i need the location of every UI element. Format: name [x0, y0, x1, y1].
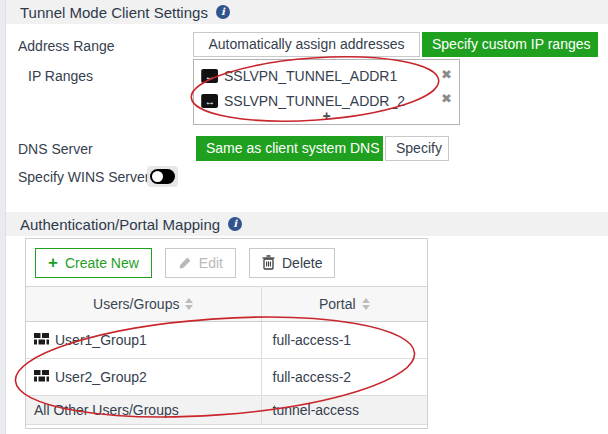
users-groups-cell: All Other Users/Groups	[34, 402, 179, 418]
portal-mapping-section-header: Authentication/Portal Mapping i	[6, 212, 608, 236]
wins-servers-toggle[interactable]	[147, 166, 178, 187]
plus-icon: +	[48, 254, 58, 271]
user-group-icon	[34, 332, 49, 348]
column-header-portal[interactable]: Portal	[261, 287, 427, 322]
section-title-tunnel-mode: Tunnel Mode Client Settings	[20, 4, 208, 21]
sort-icon	[362, 298, 370, 310]
portal-mapping-table: Users/Groups Portal	[26, 286, 427, 425]
ip-range-icon: ↔	[201, 94, 218, 108]
table-row[interactable]: All Other Users/Groups tunnel-access	[26, 396, 427, 425]
column-header-users-groups[interactable]: Users/Groups	[26, 287, 261, 322]
portal-header-label: Portal	[319, 296, 356, 312]
portal-cell: tunnel-access	[261, 396, 427, 425]
trash-icon	[262, 255, 275, 270]
tunnel-mode-section-header: Tunnel Mode Client Settings i	[6, 0, 608, 24]
users-groups-cell: User1_Group1	[55, 332, 147, 348]
add-entry-icon[interactable]: +	[194, 109, 459, 123]
sslvpn-settings-page: Tunnel Mode Client Settings i Address Ra…	[0, 0, 608, 434]
ip-range-entry[interactable]: ↔ SSLVPN_TUNNEL_ADDR1 ✖	[194, 63, 459, 88]
sort-icon	[185, 298, 193, 310]
user-group-icon	[34, 369, 49, 385]
ip-range-entry-name: SSLVPN_TUNNEL_ADDR_2	[224, 93, 405, 109]
ip-ranges-field[interactable]: ↔ SSLVPN_TUNNEL_ADDR1 ✖ ↔ SSLVPN_TUNNEL_…	[193, 59, 460, 125]
ip-range-icon: ↔	[201, 69, 218, 83]
auto-assign-addresses-button[interactable]: Automatically assign addresses	[193, 32, 420, 57]
toggle-pill	[150, 169, 175, 184]
table-row[interactable]: User2_Group2 full-access-2	[26, 359, 427, 396]
users-groups-header-label: Users/Groups	[93, 296, 179, 312]
edit-label: Edit	[199, 255, 223, 271]
portal-cell: full-access-2	[261, 359, 427, 396]
portal-mapping-toolbar: + Create New Edit	[26, 239, 427, 286]
info-icon[interactable]: i	[216, 5, 230, 19]
portal-cell: full-access-1	[261, 322, 427, 359]
portal-mapping-panel: + Create New Edit	[25, 238, 428, 429]
pencil-icon	[178, 256, 192, 270]
create-new-button[interactable]: + Create New	[35, 248, 152, 278]
delete-label: Delete	[282, 255, 322, 271]
create-new-label: Create New	[65, 255, 139, 271]
remove-entry-icon[interactable]: ✖	[441, 67, 452, 83]
dns-specify-button[interactable]: Specify	[385, 136, 449, 161]
users-groups-cell: User2_Group2	[55, 369, 147, 385]
dns-server-segmented-control: Same as client system DNS Specify	[196, 136, 449, 161]
remove-entry-icon[interactable]: ✖	[441, 91, 452, 107]
toggle-knob	[152, 171, 163, 182]
delete-button[interactable]: Delete	[249, 248, 335, 278]
info-icon[interactable]: i	[228, 217, 242, 231]
section-title-portal-mapping: Authentication/Portal Mapping	[20, 216, 220, 233]
specify-custom-ip-ranges-button[interactable]: Specify custom IP ranges	[422, 32, 598, 57]
dns-server-label: DNS Server	[18, 141, 93, 157]
address-range-segmented-control: Automatically assign addresses Specify c…	[193, 32, 598, 57]
ip-ranges-label: IP Ranges	[28, 68, 93, 84]
specify-wins-servers-label: Specify WINS Servers	[18, 169, 156, 185]
address-range-label: Address Range	[18, 38, 115, 54]
table-row[interactable]: User1_Group1 full-access-1	[26, 322, 427, 359]
edit-button[interactable]: Edit	[165, 248, 236, 278]
dns-same-as-client-button[interactable]: Same as client system DNS	[196, 136, 383, 161]
ip-range-entry-name: SSLVPN_TUNNEL_ADDR1	[224, 68, 397, 84]
